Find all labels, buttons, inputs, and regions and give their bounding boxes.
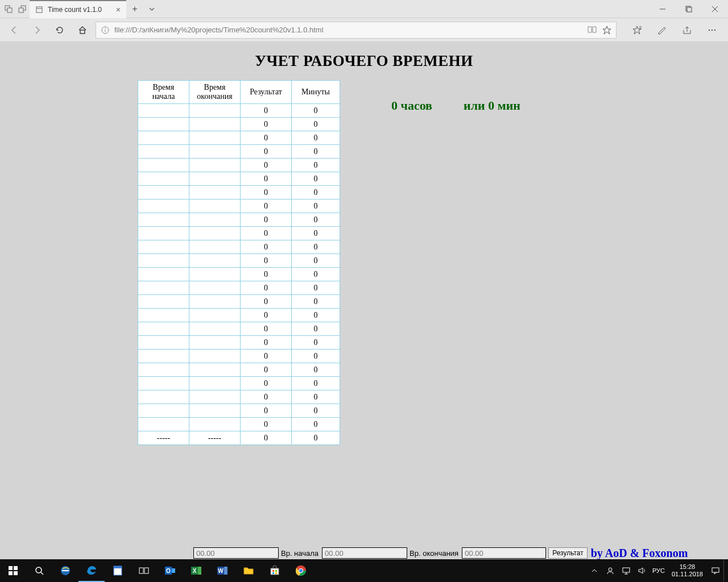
cell-minutes: 0 bbox=[292, 281, 340, 295]
forward-button[interactable] bbox=[27, 20, 47, 40]
site-info-icon[interactable] bbox=[101, 26, 110, 35]
back-button[interactable] bbox=[5, 20, 24, 40]
svg-rect-11 bbox=[80, 30, 85, 34]
table-row: 00 bbox=[138, 213, 340, 227]
cell-end: ----- bbox=[189, 431, 241, 445]
svg-rect-39 bbox=[198, 567, 201, 575]
svg-marker-15 bbox=[603, 26, 611, 34]
cell-result: 0 bbox=[241, 172, 292, 186]
tab-dropdown-icon[interactable] bbox=[143, 0, 160, 18]
cell-result: 0 bbox=[241, 390, 292, 404]
cell-result: 0 bbox=[241, 104, 292, 118]
cell-end bbox=[189, 336, 241, 350]
task-view-icon[interactable] bbox=[131, 559, 157, 582]
cell-minutes: 0 bbox=[292, 295, 340, 309]
svg-rect-4 bbox=[36, 7, 42, 13]
favorite-star-icon[interactable] bbox=[602, 26, 611, 35]
table-row: 00 bbox=[138, 172, 340, 186]
outlook-icon[interactable]: O bbox=[157, 559, 183, 582]
table-row: 00 bbox=[138, 377, 340, 390]
table-row: 00 bbox=[138, 199, 340, 213]
share-icon[interactable] bbox=[676, 20, 698, 40]
word-icon[interactable]: W bbox=[209, 559, 235, 582]
chrome-icon[interactable] bbox=[288, 559, 314, 582]
table-row: 00 bbox=[138, 104, 340, 118]
set-aside-icon[interactable] bbox=[17, 4, 27, 14]
minimize-button[interactable] bbox=[650, 0, 676, 18]
start-button[interactable] bbox=[0, 559, 26, 582]
svg-point-21 bbox=[712, 29, 713, 30]
browser-tab[interactable]: Time count v1.1.0 × bbox=[30, 0, 126, 18]
svg-line-28 bbox=[41, 572, 43, 575]
cell-end bbox=[189, 377, 241, 390]
cell-end bbox=[189, 254, 241, 268]
edge-icon[interactable] bbox=[78, 559, 105, 582]
cell-start bbox=[138, 390, 189, 404]
cell-end bbox=[189, 240, 241, 254]
result-input[interactable] bbox=[462, 547, 546, 559]
cell-minutes: 0 bbox=[292, 336, 340, 350]
cell-result: 0 bbox=[241, 227, 292, 240]
more-menu-icon[interactable] bbox=[701, 20, 723, 40]
tray-chevron-icon[interactable] bbox=[586, 559, 602, 582]
table-row: 00 bbox=[138, 254, 340, 268]
cell-end bbox=[189, 322, 241, 336]
svg-point-27 bbox=[36, 567, 42, 573]
tray-language[interactable]: РУС bbox=[650, 567, 667, 574]
page-favicon-icon bbox=[35, 6, 43, 14]
tray-people-icon[interactable] bbox=[602, 559, 618, 582]
end-time-label: Вр. окончания bbox=[410, 549, 458, 558]
table-row: 00 bbox=[138, 404, 340, 418]
cell-start bbox=[138, 199, 189, 213]
reading-view-icon[interactable] bbox=[588, 26, 597, 35]
excel-icon[interactable]: X bbox=[183, 559, 209, 582]
search-icon[interactable] bbox=[26, 559, 52, 582]
cell-start bbox=[138, 322, 189, 336]
cell-minutes: 0 bbox=[292, 227, 340, 240]
result-button[interactable]: Результат bbox=[548, 547, 588, 559]
cell-start bbox=[138, 159, 189, 172]
svg-text:X: X bbox=[193, 568, 197, 574]
cell-minutes: 0 bbox=[292, 186, 340, 199]
new-tab-button[interactable]: + bbox=[126, 0, 143, 18]
cell-start bbox=[138, 377, 189, 390]
tray-volume-icon[interactable] bbox=[634, 559, 650, 582]
favorites-list-icon[interactable] bbox=[626, 20, 648, 40]
close-tab-icon[interactable]: × bbox=[116, 5, 121, 14]
cell-start bbox=[138, 295, 189, 309]
svg-rect-36 bbox=[172, 568, 175, 573]
cell-end bbox=[189, 350, 241, 363]
tray-date: 01.11.2018 bbox=[672, 571, 703, 578]
cell-start bbox=[138, 309, 189, 322]
end-time-input[interactable] bbox=[322, 547, 407, 559]
cell-end bbox=[189, 199, 241, 213]
show-desktop-button[interactable] bbox=[723, 559, 728, 582]
cell-end bbox=[189, 418, 241, 431]
cell-start bbox=[138, 227, 189, 240]
home-button[interactable] bbox=[73, 20, 92, 40]
address-bar[interactable]: file:///D:/элКниги/My%20projects/Time%20… bbox=[96, 22, 617, 39]
table-row: 00 bbox=[138, 281, 340, 295]
cell-end bbox=[189, 363, 241, 377]
app-notepad-icon[interactable] bbox=[105, 559, 131, 582]
tray-clock[interactable]: 15:28 01.11.2018 bbox=[667, 563, 708, 577]
notes-icon[interactable] bbox=[651, 20, 673, 40]
svg-marker-16 bbox=[633, 26, 641, 34]
file-explorer-icon[interactable] bbox=[235, 559, 262, 582]
maximize-button[interactable] bbox=[676, 0, 702, 18]
svg-point-14 bbox=[105, 28, 106, 29]
ie-icon[interactable] bbox=[52, 559, 78, 582]
cell-end bbox=[189, 159, 241, 172]
action-center-icon[interactable] bbox=[708, 559, 723, 582]
tray-network-icon[interactable] bbox=[618, 559, 634, 582]
refresh-button[interactable] bbox=[50, 20, 69, 40]
col-minutes: Минуты bbox=[292, 81, 340, 104]
svg-rect-26 bbox=[14, 571, 18, 575]
store-icon[interactable] bbox=[262, 559, 288, 582]
svg-rect-25 bbox=[9, 571, 13, 575]
cell-minutes: 0 bbox=[292, 104, 340, 118]
cell-start bbox=[138, 281, 189, 295]
start-time-input[interactable] bbox=[193, 547, 279, 559]
tab-preview-icon[interactable] bbox=[3, 4, 14, 14]
close-window-button[interactable] bbox=[702, 0, 728, 18]
